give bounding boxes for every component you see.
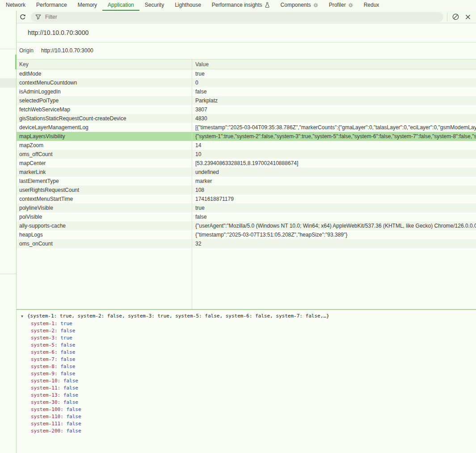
refresh-icon [19,13,26,21]
preview-entry[interactable]: system-100: false [17,406,476,413]
table-row[interactable]: deviceLayerManagementLog[{"timestamp":"2… [17,123,476,132]
table-row[interactable]: lastElementTypemarker [17,177,476,186]
block-icon [452,13,459,21]
preview-entry[interactable]: system-2: false [17,327,476,334]
row-key: editMode [17,71,192,77]
tab-label: Security [145,2,164,8]
tab-performance[interactable]: Performance [31,0,72,11]
row-value: 3807 [192,106,476,113]
table-row[interactable]: ally-supports-cache{"userAgent":"Mozilla… [17,221,476,230]
storage-toolbar: Filter [17,11,476,23]
origin-row[interactable]: Origin http://10.10.0.70:3000 [17,42,476,59]
preview-entry-value: false [63,378,78,384]
close-panel-button[interactable] [462,12,474,22]
column-header-key[interactable]: Key [17,61,192,68]
preview-entry[interactable]: system-111: false [17,420,476,428]
preview-entries: system-1: truesystem-2: falsesystem-3: t… [17,320,476,435]
table-row[interactable]: heapLogs{"timestamp":"2025-03-07T13:51:0… [17,230,476,239]
tab-memory[interactable]: Memory [72,0,102,11]
preview-entry[interactable]: system-5: false [17,342,476,349]
preview-entry-value: false [66,421,81,427]
table-row[interactable]: mapCenter[53.23940863328815,8.1970024108… [17,159,476,168]
tab-network[interactable]: Network [0,0,31,11]
preview-entry-key: system-200: [31,428,63,434]
preview-entry-value: false [66,414,81,419]
preview-entry-key: system-3: [31,335,58,341]
row-key: mapZoom [17,142,192,148]
tab-redux[interactable]: Redux [358,0,385,11]
refresh-button[interactable] [17,12,29,22]
preview-entry-key: system-13: [31,392,60,398]
preview-entry[interactable]: system-30: false [17,399,476,406]
row-key: contextMenuStartTime [17,196,192,202]
clear-storage-button[interactable] [449,12,462,22]
tab-label: Performance insights [212,2,262,8]
table-row[interactable]: oms_onCount32 [17,239,476,248]
preview-entry[interactable]: system-3: true [17,334,476,342]
preview-entry[interactable]: system-6: false [17,349,476,356]
preview-summary-row[interactable]: ▼ {system-1: true, system-2: false, syst… [17,313,476,320]
value-preview-pane: ▼ {system-1: true, system-2: false, syst… [17,309,476,453]
table-row[interactable]: fetchWebServiceMap3807 [17,105,476,114]
row-key: contextMenuCountdown [17,80,192,86]
table-row[interactable]: mapLayersVisibility{"system-1":true,"sys… [17,132,476,141]
expand-triangle-icon[interactable]: ▼ [21,313,26,320]
tab-security[interactable]: Security [139,0,169,11]
preview-entry-key: system-111: [31,421,63,427]
preview-entry-value: true [60,321,72,326]
preview-entry-value: false [60,356,75,362]
tab-lighthouse[interactable]: Lighthouse [169,0,206,11]
filter-placeholder: Filter [45,14,57,20]
row-value: 32 [192,241,476,247]
tab-label: Application [108,2,134,8]
tab-label: Profiler [329,2,346,8]
preview-entry[interactable]: system-11: false [17,385,476,392]
origin-label: Origin [19,47,34,54]
preview-entry[interactable]: system-10: false [17,377,476,385]
preview-entry[interactable]: system-110: false [17,413,476,420]
table-row[interactable]: contextMenuStartTime1741618871179 [17,195,476,203]
row-value: false [192,214,476,220]
row-value: true [192,205,476,211]
row-key: userRightsRequestCount [17,187,192,193]
table-row[interactable]: polylineVisibletrue [17,203,476,212]
preview-entry-key: system-7: [31,356,58,362]
table-row[interactable]: poiVisiblefalse [17,212,476,221]
row-value: 10 [192,151,476,157]
table-row[interactable]: editModetrue [17,69,476,78]
filter-input[interactable]: Filter [31,12,443,22]
preview-entry-key: system-10: [31,378,60,384]
table-row[interactable]: oms_offCount10 [17,150,476,159]
preview-entry[interactable]: system-13: false [17,392,476,399]
row-key: ally-supports-cache [17,223,192,229]
sidebar-selected-item-edge[interactable] [0,78,16,88]
key-value-table: Key Value editModetruecontextMenuCountdo… [17,59,476,309]
tab-application[interactable]: Application [102,0,139,11]
preview-entry-value: false [63,385,78,391]
table-row[interactable]: mapZoom14 [17,141,476,150]
row-value: undefined [192,169,476,175]
preview-entry[interactable]: system-9: false [17,370,476,377]
preview-entry[interactable]: system-1: true [17,320,476,327]
table-row[interactable]: gisStationsStaticRequestCount-createDevi… [17,114,476,123]
column-header-value[interactable]: Value [192,61,476,68]
table-row[interactable]: selectedPoiTypeParkplatz [17,96,476,105]
gear-icon [313,3,318,8]
tab-profiler[interactable]: Profiler [324,0,358,11]
table-row[interactable]: contextMenuCountdown0 [17,78,476,87]
tab-components[interactable]: Components [275,0,324,11]
table-row[interactable]: isAdminLoggedInfalse [17,87,476,96]
preview-entry[interactable]: system-8: false [17,363,476,370]
row-value: marker [192,178,476,184]
column-divider[interactable] [192,59,192,309]
tab-label: Components [281,2,311,8]
table-row[interactable]: userRightsRequestCount108 [17,186,476,195]
row-key: polylineVisible [17,205,192,211]
preview-entry[interactable]: system-200: false [17,428,476,435]
tab-performance-insights[interactable]: Performance insights [206,0,275,11]
preview-entry[interactable]: system-7: false [17,356,476,363]
preview-entry-key: system-100: [31,406,63,412]
row-key: gisStationsStaticRequestCount-createDevi… [17,115,192,122]
table-row[interactable]: markerLinkundefined [17,168,476,177]
preview-entry-value: false [66,406,81,412]
